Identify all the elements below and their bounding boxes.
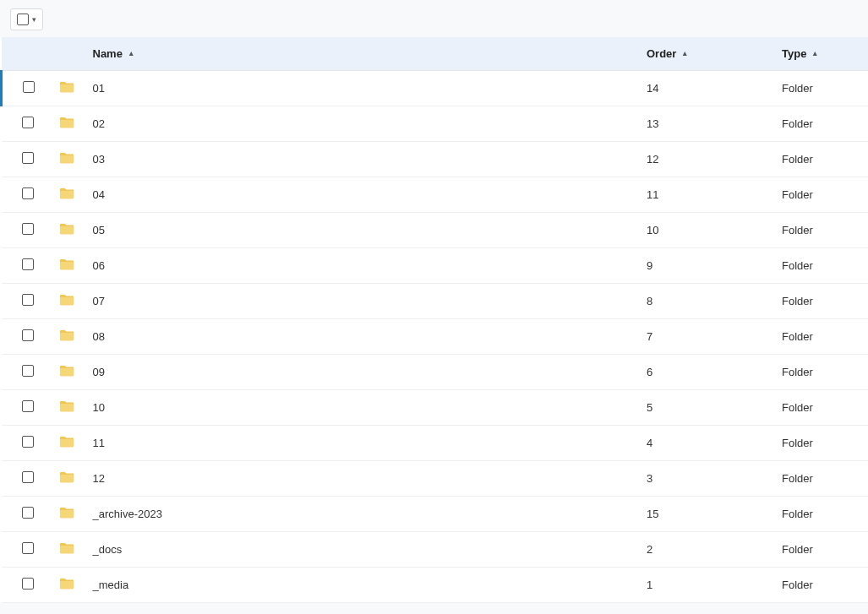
row-checkbox-cell <box>2 568 52 603</box>
checkbox-icon <box>17 14 29 25</box>
row-checkbox-cell <box>2 213 52 248</box>
select-all-dropdown[interactable]: ▾ <box>10 8 43 30</box>
row-checkbox[interactable] <box>22 329 34 341</box>
folder-icon <box>59 578 74 590</box>
row-checkbox[interactable] <box>22 258 34 270</box>
toolbar: ▾ <box>0 0 868 37</box>
chevron-down-icon: ▾ <box>32 16 36 24</box>
row-checkbox[interactable] <box>22 471 34 483</box>
row-name[interactable]: _archive-2023 <box>93 508 162 520</box>
row-order: 3 <box>647 472 652 485</box>
row-order: 12 <box>647 153 658 166</box>
row-type: Folder <box>782 295 813 307</box>
row-name[interactable]: _media <box>93 579 129 591</box>
svg-rect-12 <box>60 510 74 518</box>
row-name-cell: 03 <box>86 142 641 177</box>
table-row[interactable]: _media1Folder <box>2 568 869 603</box>
row-checkbox[interactable] <box>23 81 35 93</box>
row-order-cell: 2 <box>640 532 775 568</box>
folder-icon <box>59 507 74 519</box>
folder-icon <box>59 258 74 270</box>
row-checkbox[interactable] <box>22 365 34 377</box>
row-icon-cell <box>52 177 86 213</box>
row-order-cell: 13 <box>640 106 775 142</box>
table-row[interactable]: 0312Folder <box>2 142 869 177</box>
header-type[interactable]: Type ▴ <box>782 47 817 60</box>
row-name[interactable]: 09 <box>93 366 105 378</box>
row-icon-cell <box>52 106 86 142</box>
row-checkbox-cell <box>2 319 52 355</box>
table-row[interactable]: 123Folder <box>2 461 869 497</box>
row-name[interactable]: 03 <box>93 153 105 166</box>
row-name[interactable]: 04 <box>93 188 105 201</box>
folder-icon <box>59 542 74 554</box>
table-row[interactable]: 087Folder <box>2 319 869 355</box>
row-type-cell: Folder <box>775 142 868 177</box>
row-order-cell: 6 <box>640 355 775 390</box>
row-checkbox[interactable] <box>22 400 34 412</box>
table-row[interactable]: 0510Folder <box>2 213 869 248</box>
table-row[interactable]: _docs2Folder <box>2 532 869 568</box>
sort-asc-icon: ▴ <box>129 50 134 57</box>
folder-icon <box>59 81 74 93</box>
row-name[interactable]: _docs <box>93 543 123 556</box>
row-order: 8 <box>647 295 652 307</box>
row-checkbox[interactable] <box>22 578 34 590</box>
row-name-cell: 10 <box>86 390 641 426</box>
row-order-cell: 5 <box>640 390 775 426</box>
row-type: Folder <box>782 259 813 272</box>
row-icon-cell <box>52 390 86 426</box>
svg-rect-8 <box>60 368 74 376</box>
table-row[interactable]: 096Folder <box>2 355 869 390</box>
table-row[interactable]: 105Folder <box>2 390 869 426</box>
row-checkbox[interactable] <box>22 223 34 235</box>
row-name[interactable]: 05 <box>93 224 105 236</box>
svg-rect-1 <box>60 120 74 128</box>
row-type: Folder <box>782 401 813 414</box>
row-checkbox[interactable] <box>22 152 34 164</box>
row-name[interactable]: 11 <box>93 437 105 449</box>
svg-rect-0 <box>60 84 74 92</box>
row-checkbox[interactable] <box>22 187 34 199</box>
row-name[interactable]: 12 <box>93 472 105 485</box>
folder-icon <box>59 294 74 306</box>
row-name-cell: 05 <box>86 213 641 248</box>
header-order[interactable]: Order ▴ <box>647 47 687 60</box>
row-checkbox-cell <box>2 248 52 284</box>
row-type-cell: Folder <box>775 461 868 497</box>
row-name[interactable]: 07 <box>93 295 105 307</box>
table-row[interactable]: 069Folder <box>2 248 869 284</box>
row-name[interactable]: 06 <box>93 259 105 272</box>
table-row[interactable]: _archive-202315Folder <box>2 497 869 532</box>
row-name-cell: _media <box>86 568 641 603</box>
row-checkbox-cell <box>2 426 52 461</box>
row-name[interactable]: 08 <box>93 330 105 343</box>
table-row[interactable]: 0213Folder <box>2 106 869 142</box>
table-row[interactable]: 0411Folder <box>2 177 869 213</box>
row-checkbox-cell <box>2 532 52 568</box>
row-checkbox-cell <box>2 106 52 142</box>
header-name[interactable]: Name ▴ <box>93 47 134 60</box>
svg-rect-4 <box>60 226 74 234</box>
row-name-cell: 09 <box>86 355 641 390</box>
svg-rect-10 <box>60 439 74 447</box>
sort-asc-icon: ▴ <box>813 50 817 57</box>
row-order-cell: 9 <box>640 248 775 284</box>
row-checkbox-cell <box>2 390 52 426</box>
row-checkbox[interactable] <box>22 117 34 128</box>
table-row[interactable]: 114Folder <box>2 426 869 461</box>
row-type: Folder <box>782 224 813 236</box>
row-checkbox[interactable] <box>22 294 34 306</box>
row-name[interactable]: 02 <box>93 117 105 130</box>
table-row[interactable]: 078Folder <box>2 284 869 319</box>
row-name[interactable]: 01 <box>93 82 105 95</box>
row-checkbox[interactable] <box>22 507 34 519</box>
svg-rect-6 <box>60 297 74 305</box>
row-checkbox[interactable] <box>22 436 34 448</box>
row-checkbox[interactable] <box>22 542 34 554</box>
row-type-cell: Folder <box>775 426 868 461</box>
folder-icon <box>59 329 74 341</box>
row-type: Folder <box>782 153 813 166</box>
table-row[interactable]: 0114Folder <box>2 71 869 106</box>
row-name[interactable]: 10 <box>93 401 105 414</box>
